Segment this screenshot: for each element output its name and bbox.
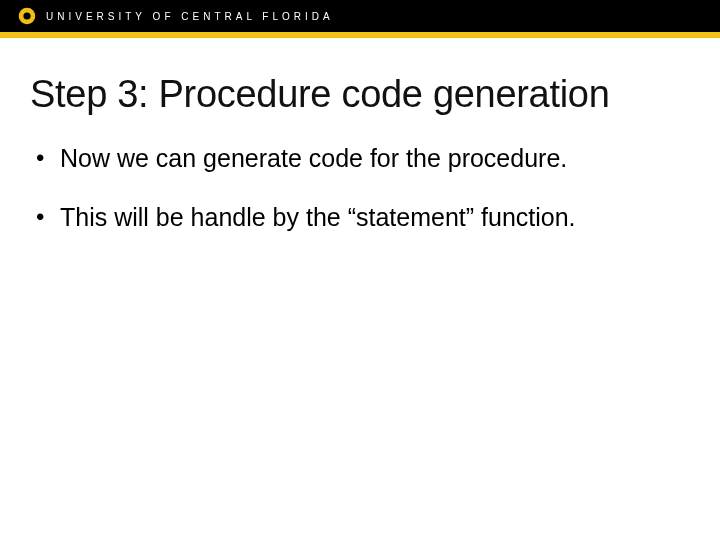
list-item: This will be handle by the “statement” f… <box>36 203 690 233</box>
ucf-logo-icon <box>18 7 36 25</box>
list-item: Now we can generate code for the procedu… <box>36 144 690 174</box>
university-name: UNIVERSITY OF CENTRAL FLORIDA <box>46 11 334 22</box>
slide-content: Step 3: Procedure code generation Now we… <box>0 38 720 233</box>
svg-point-1 <box>23 12 30 19</box>
bullet-list: Now we can generate code for the procedu… <box>30 144 690 233</box>
header-bar: UNIVERSITY OF CENTRAL FLORIDA <box>0 0 720 32</box>
slide-title: Step 3: Procedure code generation <box>30 74 690 116</box>
